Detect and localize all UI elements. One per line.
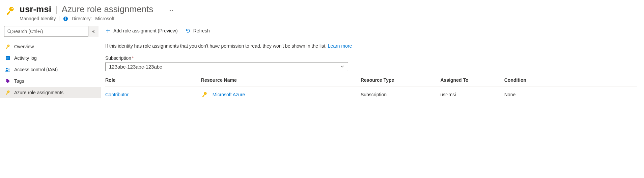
sidebar: Overview Activity log Access control (IA… — [0, 24, 101, 109]
chevron-down-icon — [340, 64, 344, 70]
svg-point-8 — [8, 45, 9, 46]
sidebar-item-overview[interactable]: Overview — [0, 41, 101, 52]
collapse-sidebar-button[interactable] — [88, 26, 99, 37]
learn-more-link[interactable]: Learn more — [328, 43, 352, 49]
svg-point-20 — [204, 92, 206, 95]
key-icon — [5, 44, 11, 50]
sidebar-item-label: Overview — [14, 44, 34, 49]
table-row[interactable]: Contributor Microsoft Azure Subscription… — [105, 86, 637, 103]
role-assignments-table: Role Resource Name Resource Type Assigne… — [105, 74, 637, 103]
page-header: usr-msi | Azure role assignments ··· Man… — [0, 0, 644, 24]
svg-rect-11 — [6, 58, 9, 58]
directory-label: Directory: — [72, 16, 92, 21]
col-role[interactable]: Role — [105, 74, 201, 86]
resource-title: usr-msi — [20, 4, 51, 15]
svg-rect-3 — [65, 18, 66, 20]
svg-point-17 — [8, 91, 9, 92]
sidebar-item-activity-log[interactable]: Activity log — [0, 52, 101, 64]
search-input[interactable] — [4, 26, 88, 37]
sidebar-item-label: Activity log — [14, 55, 37, 61]
role-link[interactable]: Contributor — [105, 92, 129, 97]
description-text: If this identity has role assignments th… — [105, 43, 637, 49]
sidebar-item-access-control[interactable]: Access control (IAM) — [0, 64, 101, 75]
plus-icon — [105, 28, 111, 33]
subscription-label: Subscription* — [105, 55, 637, 61]
section-title: Azure role assignments — [62, 4, 153, 15]
svg-point-15 — [6, 80, 7, 80]
col-condition[interactable]: Condition — [504, 74, 637, 86]
key-icon — [201, 91, 208, 98]
more-button[interactable]: ··· — [166, 7, 175, 14]
subscription-select[interactable]: 123abc-123abc-123abc — [105, 62, 348, 71]
refresh-button[interactable]: Refresh — [185, 28, 210, 33]
main-content: Add role assignment (Preview) Refresh If… — [101, 24, 644, 109]
svg-point-21 — [205, 93, 206, 93]
sidebar-item-tags[interactable]: Tags — [0, 75, 101, 87]
svg-point-14 — [8, 68, 9, 70]
svg-point-5 — [8, 29, 10, 32]
directory-value: Microsoft — [95, 16, 114, 21]
svg-rect-12 — [6, 59, 8, 59]
assigned-to-cell: usr-msi — [441, 86, 504, 103]
toolbar: Add role assignment (Preview) Refresh — [105, 26, 637, 37]
svg-point-4 — [65, 17, 66, 18]
svg-rect-10 — [6, 57, 9, 57]
refresh-icon — [185, 28, 191, 33]
sidebar-item-label: Azure role assignments — [14, 90, 63, 95]
search-icon — [7, 29, 12, 34]
key-icon — [5, 90, 11, 96]
add-role-assignment-button[interactable]: Add role assignment (Preview) — [105, 28, 178, 33]
sidebar-item-azure-role-assignments[interactable]: Azure role assignments — [0, 87, 101, 98]
resource-link[interactable]: Microsoft Azure — [213, 92, 245, 97]
condition-cell: None — [504, 86, 637, 103]
svg-point-1 — [11, 8, 13, 9]
resource-type-label: Managed Identity — [20, 16, 56, 21]
col-resource-type[interactable]: Resource Type — [361, 74, 441, 86]
col-resource-name[interactable]: Resource Name — [201, 74, 361, 86]
info-icon — [63, 16, 68, 21]
tag-icon — [5, 78, 11, 84]
svg-point-16 — [7, 91, 10, 93]
table-header-row: Role Resource Name Resource Type Assigne… — [105, 74, 637, 86]
svg-point-13 — [6, 68, 7, 69]
log-icon — [5, 55, 11, 61]
sidebar-item-label: Tags — [14, 78, 24, 84]
people-icon — [5, 67, 11, 73]
svg-line-6 — [10, 32, 11, 33]
sidebar-item-label: Access control (IAM) — [14, 67, 58, 72]
chevron-double-left-icon — [91, 29, 95, 33]
resource-type-cell: Subscription — [361, 86, 441, 103]
col-assigned-to[interactable]: Assigned To — [441, 74, 504, 86]
required-asterisk: * — [132, 55, 134, 61]
key-icon — [5, 5, 16, 16]
